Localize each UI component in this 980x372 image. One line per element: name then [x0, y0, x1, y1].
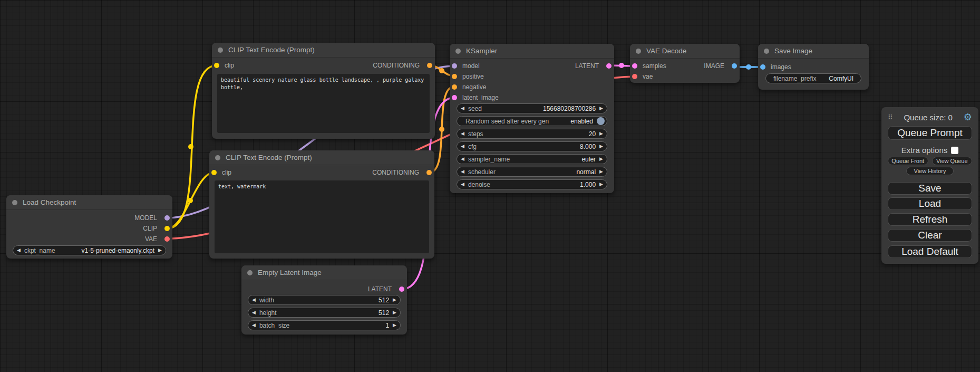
node-ksampler[interactable]: KSampler model LATENT positive negative …	[450, 44, 614, 193]
decrement-arrow-icon[interactable]: ◀	[461, 106, 464, 111]
node-empty-latent-image[interactable]: Empty Latent Image LATENT ◀ width 512 ▶ …	[241, 265, 407, 335]
node-clip-text-encode-negative[interactable]: CLIP Text Encode (Prompt) clip CONDITION…	[209, 150, 434, 259]
slot-row: positive	[450, 71, 614, 82]
toggle-icon[interactable]	[597, 117, 605, 125]
model-input-slot[interactable]	[452, 63, 457, 69]
node-clip-text-encode-positive[interactable]: CLIP Text Encode (Prompt) clip CONDITION…	[212, 43, 435, 139]
increment-arrow-icon[interactable]: ▶	[158, 248, 162, 253]
view-history-button[interactable]: View History	[906, 167, 954, 175]
collapse-icon[interactable]	[247, 270, 253, 275]
positive-prompt-textarea[interactable]: beautiful scenery nature glass bottle la…	[217, 74, 430, 133]
slot-row: model LATENT	[450, 61, 614, 71]
clip-output-slot[interactable]	[164, 226, 170, 231]
vae-input-slot[interactable]	[632, 74, 637, 79]
denoise-widget[interactable]: ◀ denoise 1.000 ▶	[457, 179, 607, 189]
collapse-icon[interactable]	[218, 47, 223, 53]
increment-arrow-icon[interactable]: ▶	[599, 106, 603, 111]
positive-input-slot[interactable]	[452, 74, 457, 79]
clip-input-slot[interactable]	[214, 63, 219, 68]
negative-input-slot[interactable]	[452, 84, 457, 90]
collapse-icon[interactable]	[636, 49, 641, 54]
image-output-slot[interactable]	[732, 63, 737, 69]
seed-widget[interactable]: ◀ seed 156680208700286 ▶	[457, 103, 607, 113]
model-output-slot[interactable]	[164, 215, 170, 221]
clip-input-slot[interactable]	[211, 170, 217, 175]
slot-row: samples IMAGE	[630, 61, 740, 71]
node-vae-decode[interactable]: VAE Decode samples IMAGE vae	[630, 44, 740, 83]
scheduler-widget[interactable]: ◀ scheduler normal ▶	[457, 167, 607, 177]
increment-arrow-icon[interactable]: ▶	[393, 310, 396, 315]
gear-icon[interactable]: ⚙	[964, 112, 972, 122]
queue-prompt-button[interactable]: Queue Prompt	[888, 126, 972, 140]
drag-handle-icon[interactable]: ⠿	[888, 113, 893, 121]
clear-button[interactable]: Clear	[888, 229, 972, 242]
height-widget[interactable]: ◀ height 512 ▶	[248, 308, 401, 318]
ckpt-name-widget[interactable]: ◀ ckpt_name v1-5-pruned-emaonly.ckpt ▶	[13, 245, 166, 255]
negative-prompt-textarea[interactable]: text, watermark	[215, 180, 429, 253]
node-title: Load Checkpoint	[23, 198, 76, 206]
link-midpoint-dot	[439, 127, 444, 132]
node-load-checkpoint[interactable]: Load Checkpoint MODEL CLIP VAE ◀ ckpt_na…	[6, 195, 172, 259]
node-title-bar[interactable]: Save Image	[758, 44, 869, 59]
view-queue-button[interactable]: View Queue	[932, 157, 973, 165]
widget-label: scheduler	[468, 168, 496, 176]
widget-value: v1-5-pruned-emaonly.ckpt	[82, 247, 155, 254]
node-title-bar[interactable]: CLIP Text Encode (Prompt)	[209, 150, 434, 165]
increment-arrow-icon[interactable]: ▶	[393, 323, 396, 328]
node-save-image[interactable]: Save Image images filename_prefix ComfyU…	[758, 44, 869, 90]
decrement-arrow-icon[interactable]: ◀	[252, 310, 256, 315]
widget-value: 156680208700286	[543, 105, 596, 112]
latent-output-slot[interactable]	[399, 287, 404, 292]
decrement-arrow-icon[interactable]: ◀	[461, 157, 464, 161]
cfg-widget[interactable]: ◀ cfg 8.000 ▶	[457, 141, 607, 151]
latent-image-input-slot[interactable]	[452, 95, 457, 100]
collapse-icon[interactable]	[455, 49, 461, 54]
collapse-icon[interactable]	[764, 49, 769, 54]
queue-front-button[interactable]: Queue Front	[888, 157, 928, 165]
decrement-arrow-icon[interactable]: ◀	[461, 182, 464, 187]
latent-output-slot[interactable]	[606, 63, 612, 69]
node-title-bar[interactable]: VAE Decode	[630, 44, 740, 59]
vae-output-label: VAE	[145, 235, 157, 243]
node-title-bar[interactable]: CLIP Text Encode (Prompt)	[212, 43, 435, 58]
conditioning-output-slot[interactable]	[426, 170, 432, 175]
steps-widget[interactable]: ◀ steps 20 ▶	[457, 129, 607, 139]
collapse-icon[interactable]	[12, 200, 17, 205]
batch-size-widget[interactable]: ◀ batch_size 1 ▶	[248, 320, 401, 330]
node-title-bar[interactable]: KSampler	[450, 44, 614, 59]
increment-arrow-icon[interactable]: ▶	[599, 131, 603, 136]
decrement-arrow-icon[interactable]: ◀	[252, 298, 256, 302]
increment-arrow-icon[interactable]: ▶	[599, 144, 603, 149]
latent-output-label: LATENT	[575, 62, 599, 70]
node-title-bar[interactable]: Empty Latent Image	[241, 265, 407, 280]
load-button[interactable]: Load	[888, 197, 972, 210]
node-title: Empty Latent Image	[258, 269, 322, 276]
decrement-arrow-icon[interactable]: ◀	[461, 131, 464, 136]
increment-arrow-icon[interactable]: ▶	[599, 169, 603, 174]
increment-arrow-icon[interactable]: ▶	[599, 157, 603, 161]
images-input-slot[interactable]	[760, 64, 765, 70]
link-midpoint-dot	[188, 198, 193, 203]
decrement-arrow-icon[interactable]: ◀	[252, 323, 256, 328]
load-default-button[interactable]: Load Default	[888, 245, 972, 258]
conditioning-output-slot[interactable]	[427, 63, 432, 68]
widget-value: 1	[385, 322, 389, 329]
width-widget[interactable]: ◀ width 512 ▶	[248, 295, 401, 305]
collapse-icon[interactable]	[215, 155, 220, 160]
refresh-button[interactable]: Refresh	[888, 213, 972, 226]
sampler-name-widget[interactable]: ◀ sampler_name euler ▶	[457, 154, 607, 164]
extra-options-label: Extra options	[901, 146, 948, 155]
increment-arrow-icon[interactable]: ▶	[393, 298, 396, 302]
samples-input-slot[interactable]	[632, 63, 637, 69]
extra-options-checkbox[interactable]	[951, 147, 958, 154]
decrement-arrow-icon[interactable]: ◀	[461, 169, 464, 174]
vae-output-slot[interactable]	[164, 236, 170, 242]
increment-arrow-icon[interactable]: ▶	[599, 182, 603, 187]
save-button[interactable]: Save	[888, 182, 972, 195]
random-seed-widget[interactable]: Random seed after every gen enabled	[457, 116, 607, 126]
decrement-arrow-icon[interactable]: ◀	[461, 144, 464, 149]
filename-prefix-widget[interactable]: filename_prefix ComfyUI	[765, 73, 861, 83]
decrement-arrow-icon[interactable]: ◀	[17, 248, 21, 253]
node-title-bar[interactable]: Load Checkpoint	[6, 195, 172, 210]
workflow-canvas[interactable]: Load Checkpoint MODEL CLIP VAE ◀ ckpt_na…	[0, 0, 980, 372]
